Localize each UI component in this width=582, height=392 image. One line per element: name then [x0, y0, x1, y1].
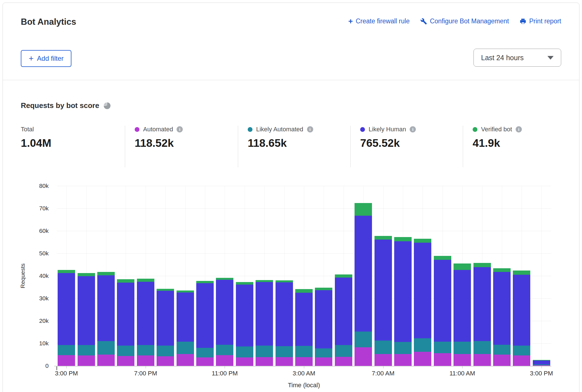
stats-row: Total 1.04M Automated i 118.52k Likely A…: [21, 126, 562, 167]
bar-segment-verified-bot: [117, 279, 134, 283]
bar-segment-likely-human: [414, 243, 431, 338]
y-tick-label: 50k: [39, 250, 49, 257]
x-tick-label: 7:00 PM: [118, 370, 174, 377]
bar-segment-likely-human: [177, 292, 194, 342]
stat-likely-human: Likely Human i 765.52k: [350, 126, 463, 167]
bar-segment-likely-human: [315, 290, 332, 348]
plot-area[interactable]: [57, 186, 551, 366]
configure-bot-management-label: Configure Bot Management: [430, 17, 509, 25]
stat-value: 765.52k: [360, 137, 463, 149]
bar-segment-likely-human: [117, 283, 134, 346]
bar-segment-likely-human: [137, 282, 154, 345]
pie-chart-icon: [104, 102, 110, 109]
bar-segment-verified-bot: [315, 288, 332, 290]
info-icon[interactable]: i: [307, 126, 313, 132]
stat-label: Verified bot: [481, 126, 512, 133]
bar-segment-likely-human: [454, 270, 471, 341]
bar-segment-likely-automated: [493, 345, 511, 355]
bar-segment-likely-human: [473, 267, 491, 341]
bar-segment-verified-bot: [137, 279, 154, 282]
gridline-horizontal: [57, 208, 551, 209]
y-tick-label: 0: [45, 362, 49, 369]
bar-segment-verified-bot: [58, 270, 75, 273]
bar-segment-likely-human: [196, 283, 214, 348]
stat-label: Automated: [143, 126, 173, 133]
y-tick-label: 70k: [39, 205, 49, 212]
info-icon[interactable]: i: [177, 126, 183, 132]
info-icon[interactable]: i: [410, 126, 416, 132]
bar-segment-likely-automated: [513, 346, 530, 355]
bar-segment-likely-automated: [454, 342, 471, 354]
stat-value: 1.04M: [21, 137, 125, 149]
x-tick-mark: [462, 366, 463, 368]
bar-segment-automated: [137, 355, 154, 366]
x-tick-mark: [146, 366, 146, 368]
bot-analytics-card: Bot Analytics + Create firewall rule Con…: [3, 3, 579, 392]
bar-segment-verified-bot: [236, 282, 253, 285]
create-firewall-rule-link[interactable]: + Create firewall rule: [348, 17, 410, 25]
bar-segment-automated: [256, 357, 273, 366]
bar-segment-likely-automated: [137, 345, 154, 356]
stat-verified-bot: Verified bot i 41.9k: [463, 126, 562, 167]
time-range-value: Last 24 hours: [481, 54, 524, 62]
gridline-horizontal: [57, 186, 551, 186]
plus-icon: +: [29, 55, 34, 62]
verified-bot-legend-dot: [473, 127, 477, 132]
x-tick-label: 3:00 PM: [513, 370, 570, 377]
bar-segment-automated: [58, 355, 75, 366]
bar-segment-verified-bot: [216, 278, 233, 280]
wrench-icon: [420, 18, 427, 25]
stat-value: 118.52k: [135, 137, 238, 149]
bar-segment-likely-human: [375, 240, 392, 341]
bar-segment-likely-automated: [295, 346, 313, 357]
print-report-link[interactable]: Print report: [520, 17, 561, 25]
y-tick-label: 40k: [39, 272, 49, 279]
x-tick-label: 3:00 AM: [276, 370, 332, 377]
bar-segment-likely-human: [157, 291, 174, 346]
bar-segment-automated: [355, 347, 372, 366]
bar-segment-automated: [513, 355, 530, 366]
bar-segment-likely-automated: [533, 364, 550, 365]
stat-likely-automated: Likely Automated i 118.65k: [238, 126, 350, 167]
info-icon[interactable]: i: [516, 126, 522, 132]
stat-value: 118.65k: [248, 137, 350, 149]
stat-label: Total: [21, 126, 34, 133]
bar-segment-likely-human: [335, 278, 352, 345]
bar-segment-automated: [434, 353, 451, 366]
bar-segment-verified-bot: [177, 290, 194, 292]
configure-bot-management-link[interactable]: Configure Bot Management: [420, 17, 509, 25]
bar-segment-automated: [157, 356, 174, 366]
x-tick-label: 11:00 AM: [434, 370, 490, 377]
bar-segment-likely-automated: [394, 342, 412, 354]
y-tick-label: 80k: [39, 183, 49, 189]
likely-automated-legend-dot: [248, 127, 252, 132]
bar-segment-automated: [493, 355, 511, 366]
bar-segment-verified-bot: [414, 239, 431, 243]
stat-total: Total 1.04M: [21, 126, 125, 167]
time-range-select[interactable]: Last 24 hours: [473, 49, 561, 67]
add-filter-button[interactable]: + Add filter: [21, 50, 71, 67]
stat-automated: Automated i 118.52k: [125, 126, 238, 167]
bar-segment-likely-human: [97, 275, 115, 341]
x-tick-mark: [304, 366, 304, 368]
bar-segment-automated: [414, 352, 431, 366]
bar-segment-automated: [196, 357, 214, 366]
bar-segment-automated: [117, 356, 134, 366]
bar-segment-verified-bot: [394, 237, 412, 241]
bar-segment-automated: [97, 355, 115, 366]
bar-segment-verified-bot: [493, 268, 511, 272]
header-divider: [3, 80, 579, 80]
bar-segment-likely-automated: [97, 341, 115, 355]
bar-segment-likely-automated: [58, 345, 75, 355]
y-tick-label: 10k: [39, 340, 49, 347]
bar-segment-automated: [315, 357, 332, 366]
bar-segment-verified-bot: [335, 274, 352, 277]
plus-icon: +: [348, 18, 353, 24]
bar-segment-likely-automated: [157, 346, 174, 356]
bar-segment-verified-bot: [375, 236, 392, 240]
bar-segment-automated: [295, 357, 313, 366]
add-filter-label: Add filter: [37, 55, 64, 62]
bar-segment-likely-human: [394, 241, 412, 342]
stat-value: 41.9k: [473, 137, 562, 149]
y-tick-label: 20k: [39, 317, 49, 324]
